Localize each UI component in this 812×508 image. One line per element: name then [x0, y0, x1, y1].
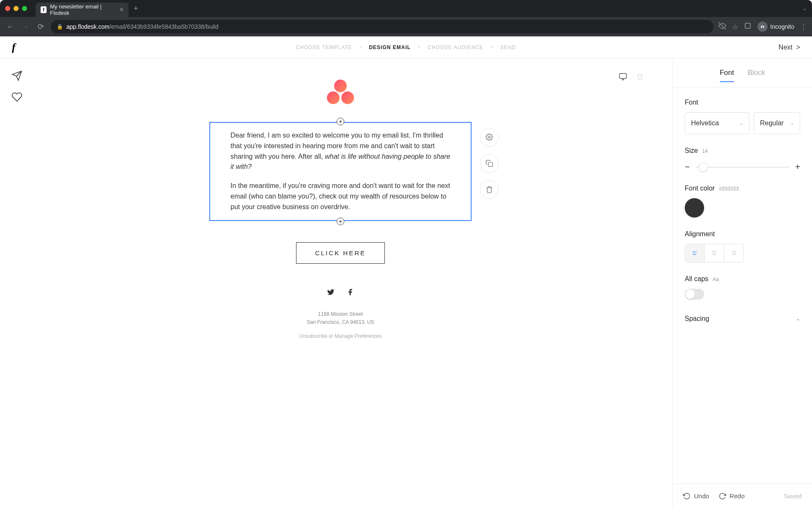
- browser-toolbar: ← → ⟳ 🔒 app.flodesk.com/email/6343b9334f…: [0, 17, 812, 36]
- bookmark-star-icon[interactable]: ☆: [732, 23, 738, 31]
- add-block-below-button[interactable]: +: [337, 218, 344, 225]
- undo-button[interactable]: Undo: [683, 492, 709, 500]
- step-separator-icon: >: [417, 44, 421, 50]
- cta-button[interactable]: CLICK HERE: [296, 242, 385, 264]
- size-label: Size: [685, 147, 698, 155]
- size-value: 14: [702, 148, 708, 154]
- redo-button[interactable]: Redo: [719, 492, 745, 500]
- left-rail: [0, 58, 34, 508]
- tab-close-icon[interactable]: ×: [120, 6, 123, 14]
- unsubscribe-link[interactable]: Unsubscribe: [299, 333, 327, 339]
- new-tab-button[interactable]: +: [134, 4, 138, 13]
- brand-logo-icon: [327, 80, 354, 105]
- window-close-button[interactable]: [5, 6, 10, 11]
- block-settings-button[interactable]: [480, 128, 499, 146]
- browser-tab[interactable]: f My newsletter email | Flodesk ×: [36, 3, 129, 17]
- manage-preferences-link[interactable]: Manage Preferences: [335, 333, 381, 339]
- incognito-indicator[interactable]: Incognito: [757, 22, 794, 32]
- svg-rect-3: [620, 74, 627, 79]
- url-domain: app.flodesk.com: [66, 23, 110, 30]
- step-send[interactable]: SEND: [500, 44, 516, 50]
- twitter-icon[interactable]: [327, 288, 335, 298]
- font-family-select[interactable]: Helvetica ⌄: [685, 112, 749, 134]
- eye-off-icon[interactable]: [719, 22, 726, 31]
- duplicate-block-button[interactable]: [480, 154, 499, 173]
- tab-title: My newsletter email | Flodesk: [50, 3, 114, 16]
- forward-button[interactable]: →: [20, 22, 30, 32]
- saved-status: Saved: [784, 492, 802, 500]
- window-minimize-button[interactable]: [14, 6, 19, 11]
- toggle-thumb: [686, 290, 695, 299]
- slider-thumb[interactable]: [699, 163, 708, 172]
- send-test-icon[interactable]: [11, 70, 22, 83]
- tab-favicon-icon: f: [41, 6, 47, 13]
- align-center-button[interactable]: [705, 244, 724, 262]
- browser-tab-strip: f My newsletter email | Flodesk × + ⌄: [0, 0, 812, 17]
- font-family-value: Helvetica: [691, 119, 719, 127]
- tab-font[interactable]: Font: [720, 69, 734, 82]
- back-button[interactable]: ←: [5, 22, 15, 32]
- spacing-label: Spacing: [685, 315, 709, 323]
- reload-button[interactable]: ⟳: [36, 22, 46, 32]
- browser-menu-icon[interactable]: ⋮: [800, 23, 807, 31]
- panel-footer: Undo Redo Saved: [673, 483, 812, 508]
- preview-toggle: [616, 70, 647, 83]
- svg-rect-6: [638, 74, 642, 79]
- window-maximize-button[interactable]: [22, 6, 27, 11]
- address-line: 1188 Mission Street: [209, 310, 472, 318]
- svg-rect-9: [488, 163, 493, 167]
- next-button[interactable]: Next >: [779, 44, 800, 51]
- social-block[interactable]: [209, 281, 472, 310]
- add-block-above-button[interactable]: +: [337, 118, 344, 125]
- svg-point-8: [488, 136, 491, 138]
- extensions-icon[interactable]: [744, 22, 752, 31]
- mobile-preview-button[interactable]: [633, 70, 647, 83]
- chevron-down-icon: ⌄: [796, 316, 800, 322]
- font-weight-select[interactable]: Regular ⌄: [754, 112, 800, 134]
- lock-icon: 🔒: [57, 24, 63, 30]
- allcaps-toggle[interactable]: [685, 289, 704, 300]
- favorite-icon[interactable]: [11, 91, 22, 104]
- wizard-steps: CHOOSE TEMPLATE > DESIGN EMAIL > CHOOSE …: [296, 44, 516, 50]
- svg-point-1: [761, 26, 763, 28]
- align-right-button[interactable]: [724, 244, 743, 262]
- footer-separator: or: [327, 333, 335, 339]
- footer-block[interactable]: 1188 Mission Street San Francisco, CA 94…: [209, 310, 472, 341]
- address-line: San Francisco, CA 94013, US: [209, 318, 472, 326]
- facebook-icon[interactable]: [346, 288, 354, 298]
- font-color-swatch[interactable]: [685, 198, 704, 218]
- allcaps-label: All caps: [685, 275, 708, 283]
- button-block[interactable]: CLICK HERE: [209, 221, 472, 281]
- size-slider[interactable]: [696, 167, 789, 168]
- delete-block-button[interactable]: [480, 180, 499, 199]
- properties-panel: Font Block Font Helvetica ⌄ Regular ⌄: [672, 58, 812, 508]
- step-choose-template[interactable]: CHOOSE TEMPLATE: [296, 44, 352, 50]
- tabs-dropdown-icon[interactable]: ⌄: [803, 6, 807, 11]
- email-canvas: + Dear friend, I am so excited to welcom…: [209, 71, 472, 340]
- url-bar[interactable]: 🔒 app.flodesk.com/email/6343b9334fe5843b…: [51, 20, 713, 33]
- font-section-label: Font: [685, 99, 800, 106]
- spacing-section-toggle[interactable]: Spacing ⌄: [685, 312, 800, 325]
- chevron-down-icon: ⌄: [740, 121, 743, 126]
- size-increase-button[interactable]: +: [795, 162, 800, 172]
- step-design-email[interactable]: DESIGN EMAIL: [369, 44, 411, 50]
- canvas: + Dear friend, I am so excited to welcom…: [34, 58, 672, 508]
- incognito-label: Incognito: [770, 23, 794, 30]
- app-logo[interactable]: f: [12, 41, 16, 54]
- size-decrease-button[interactable]: −: [685, 162, 690, 172]
- text-block-content[interactable]: Dear friend, I am so excited to welcome …: [209, 122, 472, 221]
- svg-point-2: [763, 26, 765, 28]
- desktop-preview-button[interactable]: [616, 70, 630, 83]
- paragraph-text: In the meantime, if you're craving more …: [230, 181, 450, 212]
- text-block-selected[interactable]: + Dear friend, I am so excited to welcom…: [209, 122, 472, 221]
- incognito-icon: [757, 22, 768, 32]
- font-color-label: Font color: [685, 185, 715, 192]
- allcaps-hint: Aa: [713, 276, 719, 282]
- logo-block[interactable]: [209, 71, 472, 122]
- alignment-group: [685, 244, 744, 262]
- panel-tabs: Font Block: [673, 58, 812, 88]
- align-left-button[interactable]: [685, 244, 705, 262]
- browser-chrome: f My newsletter email | Flodesk × + ⌄ ← …: [0, 0, 812, 36]
- step-choose-audience[interactable]: CHOOSE AUDIENCE: [428, 44, 483, 50]
- tab-block[interactable]: Block: [748, 69, 765, 82]
